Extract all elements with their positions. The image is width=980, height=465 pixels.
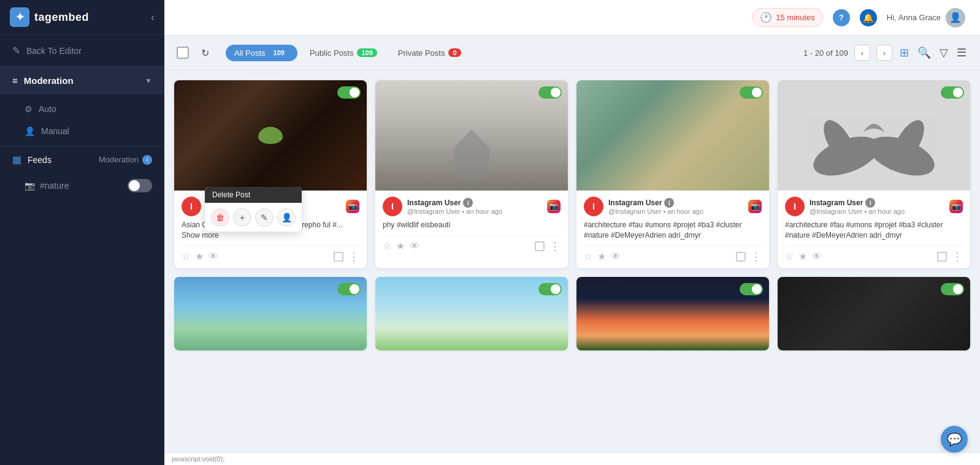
more-button-3[interactable]: ⋮ — [751, 250, 762, 263]
post-image-8 — [778, 277, 970, 350]
feeds-left: ▦ Feeds — [12, 154, 52, 165]
popup-user-button[interactable]: 👤 — [277, 208, 296, 227]
select-all-checkbox[interactable] — [177, 47, 189, 59]
more-button-2[interactable]: ⋮ — [549, 240, 561, 253]
post-user-left-4: I Instagram User i @Instagram User • an … — [785, 197, 905, 216]
tab-public-posts[interactable]: Public Posts 109 — [301, 45, 386, 61]
post-toggle-5[interactable] — [337, 283, 361, 295]
post-avatar-4: I — [785, 197, 805, 216]
post-image-2 — [375, 80, 568, 191]
post-checkbox-2[interactable] — [535, 241, 545, 251]
eye-icon-1[interactable]: 👁 — [209, 251, 218, 262]
post-toggle-8[interactable] — [941, 283, 964, 295]
star-icon-1[interactable]: ☆ — [182, 251, 190, 262]
moderation-icon: ≡ — [12, 75, 18, 86]
feeds-moderation-label: Moderation i — [99, 155, 152, 165]
back-to-editor-label: Back To Editor — [26, 46, 82, 56]
post-checkbox-3[interactable] — [736, 252, 746, 262]
post-checkbox-1[interactable] — [334, 252, 343, 262]
eye-icon-3[interactable]: 👁 — [611, 251, 621, 262]
sidebar-item-auto[interactable]: ⚙ Auto — [0, 98, 164, 120]
post-user-info-4: Instagram User i @Instagram User • an ho… — [810, 198, 905, 215]
auto-label: Auto — [39, 104, 56, 114]
post-username-3: Instagram User i — [608, 198, 703, 208]
refresh-button[interactable]: ↻ — [196, 44, 213, 61]
moderation-title: ≡ Moderation — [12, 75, 74, 86]
popup-add-button[interactable]: + — [233, 208, 251, 227]
post-handle-2: @Instagram User • an hour ago — [407, 208, 502, 215]
filter-icon[interactable]: ▽ — [938, 45, 949, 61]
nature-feed-row: 📷 #nature — [0, 173, 164, 198]
post-checkbox-4[interactable] — [937, 252, 947, 262]
sidebar-header: ✦ tagembed ‹ — [0, 0, 164, 35]
post-toggle-1[interactable] — [337, 86, 361, 99]
user-greeting: Hi, Anna Grace — [887, 13, 941, 22]
post-user-left-2: I Instagram User i @Instagram User • an … — [383, 197, 502, 216]
post-avatar-1: I — [182, 197, 201, 216]
next-page-button[interactable]: › — [876, 45, 892, 61]
list-view-icon[interactable]: ☰ — [955, 45, 968, 61]
nature-toggle[interactable] — [128, 179, 152, 192]
post-text-3: #architecture #fau #umons #projet #ba3 #… — [584, 220, 762, 241]
post-image-5 — [174, 277, 367, 350]
post-handle-3: @Instagram User • an hour ago — [608, 208, 703, 215]
page-info: 1 - 20 of 109 — [803, 48, 848, 58]
toggle-knob — [129, 180, 140, 191]
star-filled-icon-3[interactable]: ★ — [597, 251, 606, 262]
eye-icon-2[interactable]: 👁 — [410, 241, 419, 252]
post-toggle-4[interactable] — [941, 86, 964, 99]
sidebar-collapse-icon[interactable]: ‹ — [151, 11, 155, 24]
post-actions-1: ☆ ★ 👁 ⋮ — [182, 246, 359, 263]
search-icon[interactable]: 🔍 — [916, 45, 932, 61]
more-button-1[interactable]: ⋮ — [348, 250, 359, 263]
filter-left: ↻ All Posts 109 Public Posts 109 Private… — [177, 44, 470, 61]
tab-all-posts[interactable]: All Posts 109 — [226, 45, 297, 61]
more-button-4[interactable]: ⋮ — [952, 250, 963, 263]
star-icon-4[interactable]: ☆ — [785, 251, 794, 262]
eye-icon-4[interactable]: 👁 — [812, 251, 822, 262]
back-to-editor-button[interactable]: ✎ Back To Editor — [0, 35, 164, 67]
post-action-right-3: ⋮ — [736, 250, 762, 263]
timer-text: 15 minutes — [776, 13, 815, 22]
star-filled-icon-2[interactable]: ★ — [396, 240, 405, 252]
post-toggle-3[interactable] — [740, 86, 763, 99]
public-posts-count: 109 — [357, 48, 377, 57]
prev-page-button[interactable]: ‹ — [854, 45, 870, 61]
post-user-row-3: I Instagram User i @Instagram User • an … — [584, 197, 762, 216]
notification-button[interactable]: 🔔 — [860, 9, 877, 26]
posts-grid: Delete Post 🗑 + ✎ 👤 I — [174, 80, 970, 350]
delete-post-label: Delete Post — [212, 191, 250, 199]
user-avatar: 👤 — [946, 8, 965, 28]
moderation-section-header[interactable]: ≡ Moderation ▼ — [0, 67, 164, 94]
post-toggle-7[interactable] — [740, 283, 763, 295]
grid-view-icon[interactable]: ⊞ — [898, 45, 910, 61]
post-action-right-4: ⋮ — [937, 250, 963, 263]
post-user-info-2: Instagram User i @Instagram User • an ho… — [407, 198, 502, 215]
post-actions-3: ☆ ★ 👁 ⋮ — [584, 246, 762, 263]
post-card — [174, 277, 367, 350]
post-toggle-6[interactable] — [538, 283, 562, 295]
instagram-source-icon-1: 📷 — [346, 200, 359, 213]
post-action-right-1: ⋮ — [334, 250, 359, 263]
post-action-right-2: ⋮ — [535, 240, 561, 253]
private-posts-count: 0 — [448, 48, 461, 57]
sidebar-item-manual[interactable]: 👤 Manual — [0, 120, 164, 142]
star-filled-icon-4[interactable]: ★ — [798, 251, 807, 262]
post-toggle-2[interactable] — [538, 86, 562, 99]
star-icon-3[interactable]: ☆ — [584, 251, 592, 262]
all-posts-count: 109 — [269, 48, 289, 57]
help-button[interactable]: ? — [833, 9, 850, 26]
popup-edit-button[interactable]: ✎ — [255, 208, 274, 227]
post-action-btns-4: ☆ ★ 👁 — [785, 251, 822, 262]
popup-menu-actions: 🗑 + ✎ 👤 — [205, 203, 302, 232]
back-icon: ✎ — [12, 45, 20, 56]
star-filled-icon-1[interactable]: ★ — [195, 251, 204, 262]
popup-delete-button[interactable]: 🗑 — [211, 208, 229, 227]
chat-bubble-button[interactable]: 💬 — [941, 426, 968, 453]
star-icon-2[interactable]: ☆ — [383, 240, 391, 252]
post-image-3 — [576, 80, 769, 191]
post-action-btns-3: ☆ ★ 👁 — [584, 251, 621, 262]
tab-group: All Posts 109 Public Posts 109 Private P… — [226, 45, 470, 61]
filter-bar: ↻ All Posts 109 Public Posts 109 Private… — [164, 36, 980, 70]
tab-private-posts[interactable]: Private Posts 0 — [389, 45, 470, 61]
